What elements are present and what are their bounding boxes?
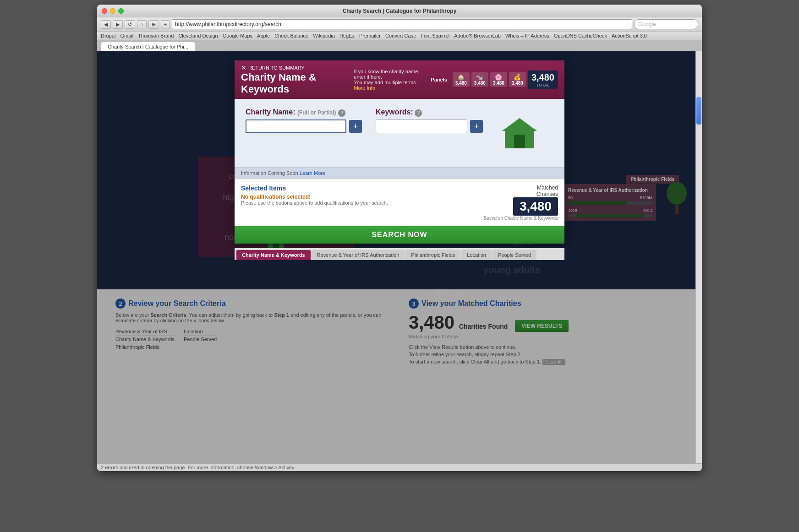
- bookmark-fontsquirrel[interactable]: Font Squirrel: [421, 33, 449, 38]
- selected-items-area: Selected Items No qualifications selecte…: [235, 179, 564, 226]
- close-button[interactable]: [102, 8, 107, 14]
- panel-icon-house: 🏠: [457, 74, 465, 81]
- house-illustration-area: [501, 117, 538, 151]
- bookmark-thomson[interactable]: Thomson Brand: [138, 33, 174, 38]
- panel-header: ✕ RETURN TO SUMMARY Charity Name & Keywo…: [235, 60, 564, 99]
- panel-icon-flower: 🌸: [495, 74, 502, 81]
- panel-body: Charity Name: (Full or Partial) ? +: [235, 99, 564, 167]
- panel-header-left: ✕ RETURN TO SUMMARY Charity Name & Keywo…: [241, 64, 354, 95]
- keywords-add-button[interactable]: +: [470, 120, 483, 133]
- tab-charity-name[interactable]: Charity Name & Keywords: [236, 250, 311, 260]
- close-x-icon: ✕: [241, 64, 246, 71]
- panel-icon-money: 💰: [514, 74, 521, 81]
- panel-title-area: Charity Name & Keywords: [241, 71, 354, 95]
- bookmark-opendns[interactable]: OpenDNS CacheCheck: [554, 33, 607, 38]
- address-bar[interactable]: http://www.philanthropicdirectory.org/se…: [172, 19, 632, 29]
- forward-button[interactable]: ▶: [113, 20, 123, 29]
- keywords-input-row: +: [376, 119, 483, 133]
- window-controls: [102, 8, 124, 14]
- google-search-bar[interactable]: Google: [634, 19, 698, 29]
- tab-label: Charity Search | Catalogue for Phi...: [108, 44, 188, 49]
- matched-charities-area: MatchedCharities 3,480 Based on Charity …: [484, 185, 558, 221]
- maximize-button[interactable]: [118, 8, 124, 14]
- bookmark-premailer[interactable]: Premailer: [359, 33, 381, 38]
- bookmark-regex[interactable]: RegEx: [339, 33, 355, 38]
- tab-people[interactable]: People Served: [493, 250, 536, 260]
- panel-count-4[interactable]: 💰 3,480: [509, 72, 526, 87]
- panel-icon-cow: 🐄: [476, 74, 483, 81]
- minimize-button[interactable]: [110, 8, 115, 14]
- panel-subtitle-area: If you know the charity name, enter it h…: [354, 69, 425, 91]
- qualification-hint: Please use the buttons above to add qual…: [241, 200, 388, 206]
- search-now-button[interactable]: SEARCH NOW: [235, 226, 564, 244]
- bookmark-adobe[interactable]: Adobe® BrowserLab: [454, 33, 501, 38]
- keywords-label: Keywords:: [376, 108, 413, 116]
- charity-name-input-row: +: [246, 119, 362, 133]
- panel-header-right: If you know the charity name, enter it h…: [354, 69, 558, 91]
- bookmark-drupal[interactable]: Drupal: [101, 33, 115, 38]
- panel-count-num-4: 3,480: [512, 81, 523, 86]
- selected-items-left: Selected Items No qualifications selecte…: [241, 185, 388, 206]
- bookmark-whois[interactable]: Whois – IP Address: [505, 33, 549, 38]
- charity-name-field: Charity Name: (Full or Partial) ? +: [246, 108, 362, 133]
- window-title: Charity Search | Catalogue for Philanthr…: [343, 8, 457, 14]
- based-on-text: Based on Charity Name & Keywords: [484, 216, 558, 221]
- info-bar: Information Coming Soon Learn More: [235, 167, 564, 179]
- url-text: http://www.philanthropicdirectory.org/se…: [175, 21, 281, 27]
- charity-search-panel: ✕ RETURN TO SUMMARY Charity Name & Keywo…: [235, 60, 564, 244]
- panels-label: Panels: [431, 77, 447, 82]
- tab-location[interactable]: Location: [461, 250, 492, 260]
- no-qualifications-text: No qualifications selected!: [241, 194, 388, 200]
- keywords-help-icon[interactable]: ?: [415, 109, 422, 117]
- home-button[interactable]: ⌂: [137, 20, 147, 28]
- charity-name-add-button[interactable]: +: [349, 120, 362, 133]
- search-fields-row: Charity Name: (Full or Partial) ? +: [246, 108, 553, 151]
- toolbar: ◀ ▶ ↺ ⌂ ⊞ + http://www.philanthropicdire…: [97, 17, 702, 32]
- panel-counts-area: 🏠 3,480 🐄 3,480 🌸 3,480 💰: [453, 71, 558, 89]
- status-text: 2 errors occurred in opening the page. F…: [101, 465, 295, 470]
- status-bar: 2 errors occurred in opening the page. F…: [97, 463, 702, 471]
- panel-count-3[interactable]: 🌸 3,480: [490, 72, 507, 87]
- search-placeholder: Google: [638, 21, 656, 27]
- panel-total-num: 3,480: [531, 72, 554, 83]
- panels-label-area: Panels: [431, 77, 447, 82]
- tab-philanthropic[interactable]: Philanthropic Fields: [405, 250, 460, 260]
- bookmark-googlemaps[interactable]: Google Maps: [223, 33, 252, 38]
- learn-more-link[interactable]: Learn More: [300, 170, 325, 176]
- charity-name-help-icon[interactable]: ?: [338, 109, 345, 117]
- new-tab-button[interactable]: +: [161, 20, 170, 28]
- charity-name-input[interactable]: [246, 119, 346, 133]
- active-tab[interactable]: Charity Search | Catalogue for Phi...: [101, 42, 195, 51]
- bookmark-wikipedia[interactable]: Wikipedia: [313, 33, 335, 38]
- return-to-summary-btn[interactable]: ✕ RETURN TO SUMMARY: [241, 64, 354, 71]
- title-bar: Charity Search | Catalogue for Philanthr…: [97, 5, 702, 17]
- bookmark-convertcase[interactable]: Convert Case: [385, 33, 416, 38]
- bookmark-cleveland[interactable]: Cleveland Design: [178, 33, 218, 38]
- panel-count-num-2: 3,480: [474, 81, 486, 86]
- keywords-label-area: Keywords: ?: [376, 108, 483, 117]
- keywords-input[interactable]: [376, 119, 467, 133]
- bookmarks-bar: Drupal Gmail Thomson Brand Cleveland Des…: [97, 32, 702, 40]
- page-content: recreation ohio justice northwest commun…: [97, 51, 702, 463]
- back-button[interactable]: ◀: [101, 20, 111, 29]
- scrollbar-thumb[interactable]: [696, 97, 701, 125]
- svg-rect-7: [514, 135, 525, 148]
- selected-items-row: Selected Items No qualifications selecte…: [241, 185, 558, 221]
- keywords-field: Keywords: ? +: [376, 108, 483, 133]
- refresh-button[interactable]: ↺: [125, 20, 135, 29]
- rss-button[interactable]: ⊞: [148, 20, 159, 29]
- tab-revenue[interactable]: Revenue & Year of IRS Authorization: [312, 250, 405, 260]
- tab-bar: Charity Search | Catalogue for Phi...: [97, 40, 702, 51]
- browser-window: Charity Search | Catalogue for Philanthr…: [97, 5, 702, 471]
- panel-count-2[interactable]: 🐄 3,480: [471, 72, 488, 87]
- more-info-link[interactable]: More Info: [354, 85, 375, 91]
- panel-subtitle-line1: If you know the charity name, enter it h…: [354, 69, 425, 80]
- bookmark-checkbalance[interactable]: Check Balance: [274, 33, 308, 38]
- bookmark-apple[interactable]: Apple: [257, 33, 270, 38]
- page-scrollbar[interactable]: [695, 51, 702, 463]
- panel-count-num-1: 3,480: [455, 81, 467, 86]
- bookmark-actionscript[interactable]: ActionScript 3.0: [612, 33, 647, 38]
- bookmark-gmail[interactable]: Gmail: [120, 33, 133, 38]
- panel-count-num-3: 3,480: [493, 81, 504, 86]
- panel-count-1[interactable]: 🏠 3,480: [453, 72, 470, 87]
